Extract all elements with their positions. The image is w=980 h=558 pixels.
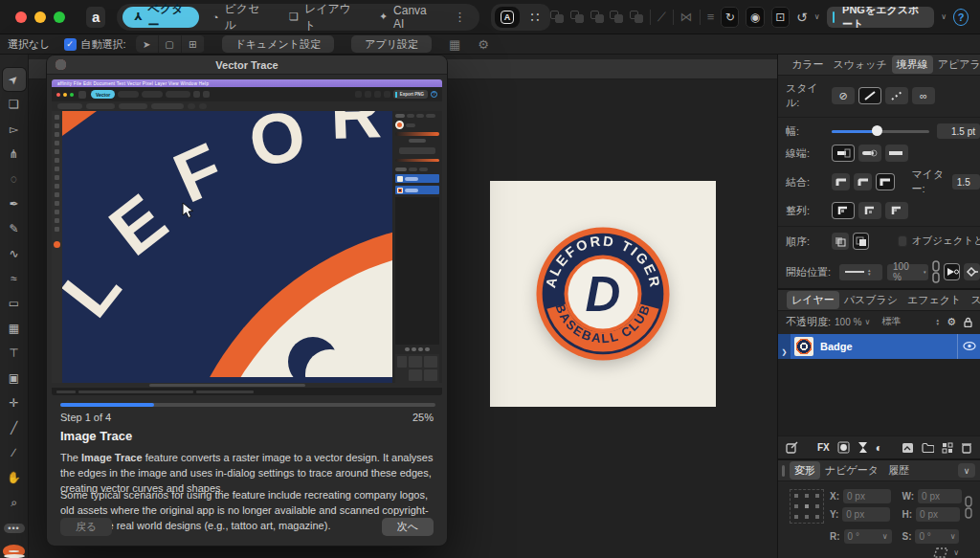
tab-transform[interactable]: 変形	[790, 461, 820, 480]
join-round-icon[interactable]	[832, 173, 850, 190]
start-size-dropdown[interactable]: 100 %▾	[887, 264, 928, 280]
select-object-icon[interactable]: ➤	[136, 35, 159, 53]
move-tool[interactable]: ➤	[3, 68, 26, 91]
tab-stroke[interactable]: 境界線	[892, 56, 933, 74]
r-field[interactable]: 0 °∨	[844, 529, 892, 544]
back-button[interactable]: 戻る	[60, 518, 112, 536]
rectangle-tool[interactable]: ▭	[3, 292, 26, 315]
tab-vector-persona[interactable]: ⅄ベクター	[122, 7, 199, 28]
new-pattern-icon[interactable]	[942, 442, 953, 454]
shear-icon[interactable]	[933, 547, 948, 558]
delete-layer-trash-icon[interactable]	[961, 441, 972, 454]
lock-icon[interactable]	[964, 317, 972, 327]
node-tool[interactable]: ▻	[3, 118, 26, 141]
artboard-tool[interactable]: ❏	[3, 93, 26, 116]
select-group-icon[interactable]: ⊞	[182, 35, 205, 53]
s-field[interactable]: 0 °∨	[915, 529, 959, 544]
start-style-dropdown[interactable]: ▴▾	[839, 264, 882, 280]
mask-icon[interactable]	[837, 441, 850, 454]
window-minimize-button[interactable]	[34, 11, 46, 23]
anchor-point-selector[interactable]	[790, 489, 824, 524]
stroke-dashed-icon[interactable]	[885, 87, 908, 104]
window-zoom-button[interactable]	[54, 11, 65, 23]
more-tools-button[interactable]: •••	[4, 524, 25, 533]
export-png-button[interactable]: PNGをエクスポート	[827, 7, 935, 28]
paint-brush-tool[interactable]: ≈	[3, 267, 26, 290]
tab-canva-ai[interactable]: ✦Canva AI	[368, 7, 444, 28]
fx-icon[interactable]: FX	[817, 442, 830, 453]
edit-all-layers-icon[interactable]	[786, 441, 798, 454]
layer-row-badge[interactable]: ❯ Badge	[778, 334, 980, 359]
align-inside-icon[interactable]	[858, 202, 881, 219]
tab-appearance[interactable]: アピアランス	[933, 56, 980, 74]
tab-swatches[interactable]: スウォッチ	[829, 56, 892, 74]
tab-layout-persona[interactable]: ❏レイアウト	[278, 7, 366, 28]
clip-icon[interactable]	[858, 441, 868, 454]
image-frame-tool[interactable]: ▣	[3, 367, 26, 390]
flip-icon[interactable]: ⋈	[680, 10, 693, 24]
y-field[interactable]: 0 px	[842, 507, 890, 522]
export-chevron-icon[interactable]: ∨	[941, 12, 947, 21]
app-settings-button[interactable]: アプリ設定	[351, 35, 432, 53]
miter-value[interactable]: 1.5	[952, 174, 980, 190]
tab-navigator[interactable]: ナビゲータ	[820, 461, 883, 480]
snap-bounds-icon[interactable]: ⊡	[771, 7, 790, 28]
assistant-chevron-icon[interactable]: ∨	[814, 12, 820, 21]
stroke-none-icon[interactable]: ⊘	[832, 87, 855, 104]
point-transform-tool[interactable]: ✛	[3, 391, 26, 414]
document-settings-button[interactable]: ドキュメント設定	[222, 35, 335, 53]
blend-mode-value[interactable]: 標準	[881, 315, 901, 328]
panel-menu-chevron-icon[interactable]: ∨	[958, 463, 975, 478]
blend-stepper[interactable]: ▴▾	[937, 318, 940, 325]
hand-tool[interactable]: ✋	[3, 466, 26, 489]
marquee-tool[interactable]: ▦	[3, 317, 26, 340]
order-front-icon[interactable]	[853, 233, 870, 250]
tab-history[interactable]: 履歴	[883, 461, 914, 480]
assistant-icon[interactable]: ↺	[796, 10, 808, 25]
stroke-color-swatch[interactable]	[4, 554, 25, 558]
select-shape-icon[interactable]: ▢	[159, 35, 182, 53]
dialog-title-bar[interactable]: Vector Trace	[47, 56, 447, 75]
layer-visibility-toggle[interactable]	[957, 334, 980, 359]
cap-butt-icon[interactable]	[832, 145, 855, 162]
help-button[interactable]: ?	[953, 9, 969, 26]
vector-brush-tool[interactable]: ∿	[3, 242, 26, 265]
align-outside-icon[interactable]	[885, 202, 908, 219]
contour-tool[interactable]: ⋔	[3, 143, 26, 166]
scale-with-object-checkbox[interactable]	[898, 235, 906, 247]
align-icon[interactable]: ≡	[707, 10, 715, 24]
rotate-center-tool[interactable]: ◌	[3, 167, 26, 190]
color-picker-tool[interactable]: ∕	[3, 441, 26, 464]
width-slider[interactable]	[832, 130, 929, 133]
tab-layers[interactable]: レイヤー	[787, 291, 839, 309]
arrowhead-end-icon[interactable]	[964, 263, 980, 280]
join-bevel-icon[interactable]	[854, 173, 872, 190]
wh-link-icon[interactable]	[965, 481, 980, 544]
studio-grid-button[interactable]: ∷	[523, 10, 546, 25]
layer-thumbnail[interactable]	[794, 337, 813, 356]
new-image-icon[interactable]	[902, 442, 914, 454]
x-field[interactable]: 0 px	[843, 489, 891, 503]
translate-button[interactable]: A	[495, 7, 520, 28]
zoom-tool[interactable]: ⌕	[3, 491, 26, 514]
boolean-intersect-icon[interactable]	[590, 11, 604, 24]
align-center-icon[interactable]	[832, 202, 855, 219]
tab-pixel-persona[interactable]: ◔ピクセル	[201, 7, 276, 28]
w-field[interactable]: 0 px	[918, 489, 962, 503]
knife-icon[interactable]: ⟋	[657, 10, 666, 25]
panel-grip[interactable]	[782, 465, 785, 477]
layers-empty-area[interactable]	[778, 359, 980, 435]
stroke-width-tool[interactable]: ╱	[3, 416, 26, 439]
adjustment-icon[interactable]: ◐	[876, 441, 882, 455]
tab-color[interactable]: カラー	[787, 56, 829, 74]
stroke-solid-icon[interactable]	[858, 87, 881, 104]
layer-expand-chevron-icon[interactable]: ❯	[778, 334, 791, 359]
boolean-subtract-icon[interactable]	[570, 11, 584, 24]
boolean-divide-icon[interactable]	[630, 11, 643, 24]
shear-chevron-icon[interactable]: ∨	[953, 548, 959, 557]
transform-tool[interactable]: ⊤	[3, 342, 26, 365]
width-value[interactable]: 1.5 pt	[937, 123, 980, 139]
tab-path-brushes[interactable]: パスブラシ	[839, 291, 902, 309]
pencil-tool[interactable]: ✎	[3, 217, 26, 240]
order-behind-icon[interactable]	[832, 233, 849, 250]
